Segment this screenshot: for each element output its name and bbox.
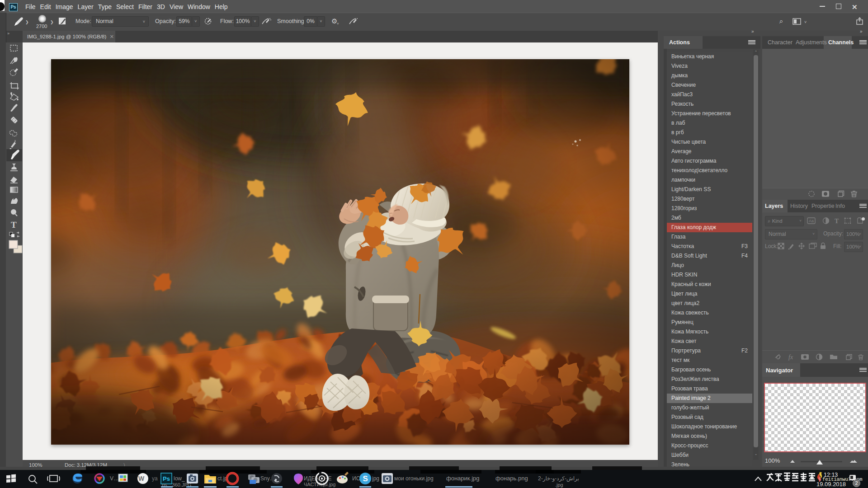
svg-text:ya: ya [152,475,158,482]
svg-text:.jpg: .jpg [555,482,563,488]
svg-text:jpg: jpg [372,475,379,482]
svg-text:S: S [363,474,368,483]
svg-text:fx: fx [788,354,793,361]
svg-text:low_: low_ [174,475,185,482]
svg-text:W: W [138,475,145,482]
svg-text:T: T [11,220,17,230]
svg-text:Ps: Ps [163,475,170,482]
svg-text:фонарь.png: фонарь.png [495,475,528,482]
svg-text:2-براش-كرد-و-خار: 2-براش-كرد-و-خار [538,475,579,482]
svg-text:фонарик.jpg: фонарик.jpg [446,475,479,482]
svg-text:T: T [835,218,839,225]
svg-text:мои огоньки.jpg: мои огоньки.jpg [394,475,434,482]
svg-text:Aa: Aa [809,219,814,223]
